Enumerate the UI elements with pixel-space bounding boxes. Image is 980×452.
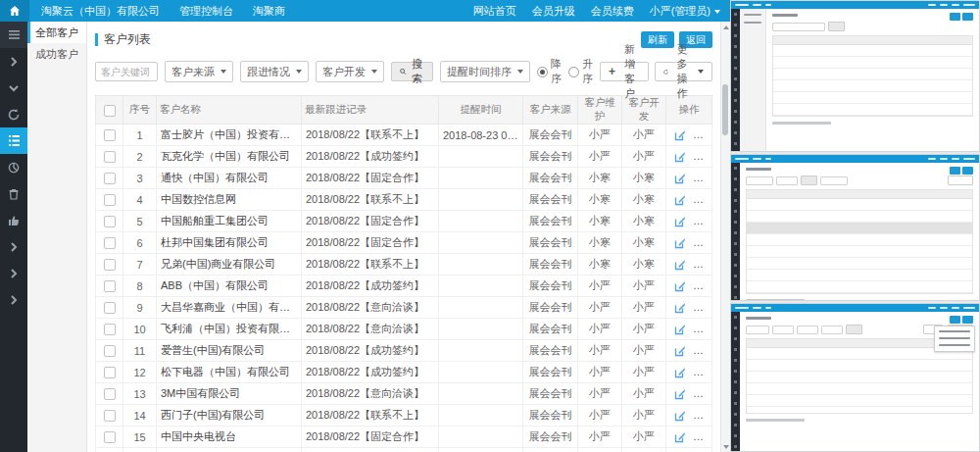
edit-icon[interactable] (674, 345, 686, 357)
delete-icon[interactable] (697, 410, 707, 422)
sort-asc-radio[interactable]: 升序 (568, 57, 593, 86)
row-checkbox[interactable] (104, 151, 116, 163)
nav-member-renew[interactable]: 会员续费 (591, 4, 634, 19)
nav-admin-console[interactable]: 管理控制台 (179, 4, 233, 19)
delete-icon[interactable] (697, 431, 707, 443)
row-checkbox[interactable] (104, 259, 116, 271)
delete-icon[interactable] (697, 345, 707, 357)
row-checkbox[interactable] (104, 194, 116, 206)
refresh-button[interactable]: 刷新 (641, 31, 674, 48)
add-customer-button[interactable]: +新增客户 (600, 62, 649, 81)
followup-select[interactable]: 跟进情况 (240, 61, 309, 82)
row-checkbox[interactable] (104, 324, 116, 335)
delete-icon[interactable] (697, 367, 707, 378)
customer-name: 松下电器（中国）有限公司 (157, 362, 302, 383)
edit-icon[interactable] (674, 237, 686, 249)
customer-name: ABB（中国）有限公司 (157, 276, 302, 297)
scrollbar-up-arrow[interactable] (721, 23, 730, 31)
delete-icon[interactable] (697, 151, 707, 163)
source-select[interactable]: 客户来源 (165, 61, 233, 82)
delete-icon[interactable] (697, 194, 707, 206)
edit-icon[interactable] (674, 410, 686, 422)
delete-icon[interactable] (697, 216, 707, 227)
row-checkbox[interactable] (104, 431, 116, 443)
nav-member-upgrade[interactable]: 会员升级 (532, 4, 575, 19)
edit-icon[interactable] (674, 302, 686, 314)
preview-table (746, 189, 973, 294)
row-checkbox[interactable] (104, 302, 116, 314)
row-checkbox[interactable] (104, 237, 116, 249)
edit-icon[interactable] (674, 388, 686, 400)
edit-icon[interactable] (674, 259, 686, 271)
customer-row: 5 中国船舶重工集团公司 2018/08/22【固定合作】 展会会刊 小寒 小寒 (96, 211, 712, 232)
row-checkbox[interactable] (104, 280, 116, 292)
user-menu[interactable]: 小严(管理员) (650, 4, 720, 19)
customer-keeper: 小严 (578, 340, 622, 362)
sidebar-item-performance[interactable] (0, 207, 27, 233)
sidebar-item-customer-list[interactable] (0, 127, 27, 154)
customer-developer: 小严 (622, 448, 666, 452)
sidebar-item-recycle-bin[interactable] (0, 180, 27, 207)
nav-company[interactable]: 淘聚云（中国）有限公司 (41, 4, 160, 19)
sidebar-item-more-1[interactable] (0, 233, 27, 260)
delete-icon[interactable] (697, 388, 707, 400)
edit-icon[interactable] (674, 194, 686, 206)
preview-icon-sidebar (731, 163, 740, 300)
sort-desc-radio[interactable]: 降序 (537, 57, 562, 86)
row-checkbox[interactable] (104, 410, 116, 422)
edit-icon[interactable] (674, 280, 686, 292)
delete-icon[interactable] (697, 129, 707, 141)
edit-icon[interactable] (674, 173, 686, 184)
remind-time (439, 146, 523, 168)
row-checkbox[interactable] (104, 345, 116, 357)
row-checkbox[interactable] (104, 216, 116, 227)
customer-developer: 小寒 (622, 254, 666, 276)
sidebar-item-more-2[interactable] (0, 260, 27, 286)
delete-icon[interactable] (697, 259, 707, 271)
develop-select[interactable]: 客户开发 (316, 61, 384, 82)
edit-icon[interactable] (674, 367, 686, 378)
scrollbar-down-arrow[interactable] (721, 442, 730, 451)
keyword-input[interactable] (95, 62, 158, 81)
nav-site-home[interactable]: 网站首页 (473, 4, 516, 19)
delete-icon[interactable] (697, 324, 707, 335)
more-actions-button[interactable]: 更多操作 (655, 62, 712, 81)
sidebar-item-collapse[interactable] (0, 75, 27, 101)
row-checkbox[interactable] (104, 367, 116, 378)
sidebar-item-menu[interactable] (0, 22, 27, 48)
customer-keeper: 小严 (578, 276, 622, 297)
delete-icon[interactable] (697, 237, 707, 249)
home-button[interactable] (0, 0, 29, 22)
sidebar-item-statistics[interactable] (0, 154, 27, 180)
customer-table: 序号 客户名称 最新跟进记录 提醒时间 客户来源 客户维护 客户开发 操作 (95, 95, 712, 452)
edit-icon[interactable] (674, 216, 686, 227)
scrollbar-thumb[interactable] (722, 84, 728, 135)
sidebar-item-more-3[interactable] (0, 286, 27, 313)
pie-chart-icon (8, 162, 20, 174)
sidebar-item-success-customers[interactable]: 成功客户 (27, 43, 86, 65)
edit-icon[interactable] (674, 129, 686, 141)
sidebar-item-expand[interactable] (0, 48, 27, 75)
preview-table (772, 35, 973, 117)
remind-time (439, 405, 523, 427)
delete-icon[interactable] (697, 173, 707, 184)
sidebar-item-all-customers[interactable]: 全部客户 (27, 22, 86, 43)
delete-icon[interactable] (697, 302, 707, 314)
preview-content (766, 9, 979, 151)
delete-icon[interactable] (697, 280, 707, 292)
edit-icon[interactable] (674, 431, 686, 443)
select-all-checkbox[interactable] (104, 105, 116, 117)
edit-icon[interactable] (674, 324, 686, 335)
row-checkbox[interactable] (104, 388, 116, 400)
chevron-right-icon (10, 57, 18, 67)
row-checkbox[interactable] (104, 173, 116, 184)
sort-select[interactable]: 提醒时间排序 (440, 61, 530, 82)
edit-icon[interactable] (674, 151, 686, 163)
vertical-scrollbar[interactable] (720, 22, 730, 452)
sidebar-item-history[interactable] (0, 101, 27, 127)
row-checkbox[interactable] (104, 129, 116, 141)
search-button[interactable]: 搜索 (391, 62, 433, 81)
preview-screenshot-2 (730, 154, 980, 301)
nav-product[interactable]: 淘聚商 (253, 4, 285, 19)
radio-unchecked-icon (568, 67, 579, 77)
